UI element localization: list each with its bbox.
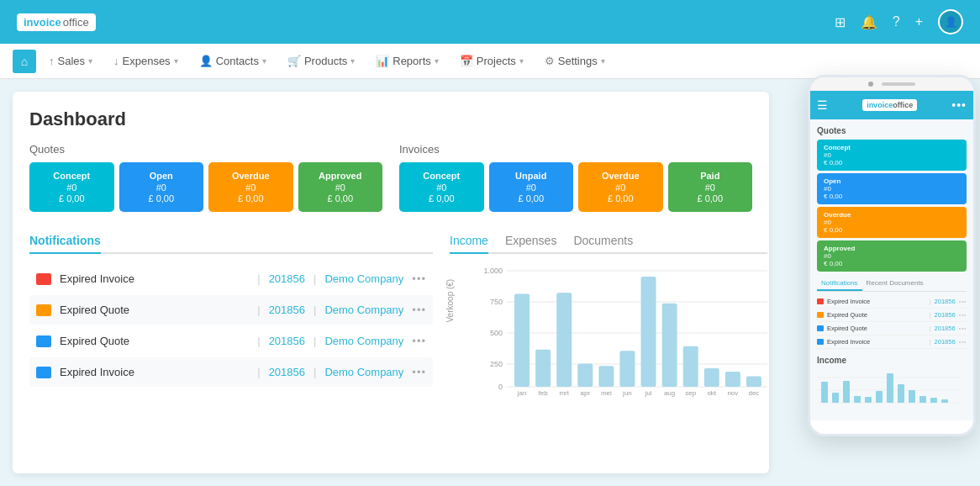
mobile-notif-number-3[interactable]: 201856 xyxy=(935,338,956,346)
sales-icon: ↑ xyxy=(49,55,55,67)
svg-text:nov: nov xyxy=(727,389,738,397)
mobile-open-card[interactable]: Open #0 € 0,00 xyxy=(817,173,967,204)
quote-overdue-card[interactable]: Overdue #0 £ 0,00 xyxy=(208,162,293,212)
svg-rect-37 xyxy=(821,382,828,403)
mobile-concept-card[interactable]: Concept #0 € 0,00 xyxy=(817,140,967,171)
svg-text:750: 750 xyxy=(490,298,503,306)
svg-rect-41 xyxy=(865,397,872,403)
svg-rect-47 xyxy=(930,398,937,403)
mobile-camera-icon xyxy=(868,82,873,87)
mobile-list-item: Expired Invoice | 201856 ••• xyxy=(817,335,967,349)
nav-projects[interactable]: 📅 Projects ▾ xyxy=(451,51,532,71)
tab-notifications[interactable]: Notifications xyxy=(29,229,101,254)
svg-rect-16 xyxy=(577,363,593,387)
mobile-overdue-card[interactable]: Overdue #0 € 0,00 xyxy=(817,207,967,238)
invoice-paid-card[interactable]: Paid #0 £ 0,00 xyxy=(668,162,753,212)
mobile-notif-number-2[interactable]: 201856 xyxy=(935,325,956,332)
notif-more-2[interactable]: ••• xyxy=(412,335,426,347)
invoice-unpaid-amount: £ 0,00 xyxy=(496,193,567,203)
notif-more-1[interactable]: ••• xyxy=(412,304,426,316)
invoice-overdue-card[interactable]: Overdue #0 £ 0,00 xyxy=(578,162,663,212)
notif-more-0[interactable]: ••• xyxy=(412,272,426,285)
quote-concept-card[interactable]: Concept #0 £ 0,00 xyxy=(29,162,114,212)
tab-expenses[interactable]: Expenses xyxy=(505,229,556,254)
user-avatar[interactable]: 👤 xyxy=(938,9,963,34)
svg-text:jan: jan xyxy=(517,389,527,397)
help-icon[interactable]: ? xyxy=(893,14,900,29)
notif-company-2[interactable]: Demo Company xyxy=(324,335,403,347)
expand-icon[interactable]: ⊞ xyxy=(835,14,846,30)
mobile-notif-number-0[interactable]: 201856 xyxy=(935,298,956,305)
notification-bell-icon[interactable]: 🔔 xyxy=(861,14,877,30)
mobile-flag-orange xyxy=(817,312,824,318)
nav-sales-label: Sales xyxy=(58,55,86,67)
svg-text:aug: aug xyxy=(664,389,675,397)
svg-rect-42 xyxy=(876,391,883,403)
reports-icon: 📊 xyxy=(376,55,389,67)
notif-number-0[interactable]: 201856 xyxy=(269,272,305,285)
invoice-concept-card[interactable]: Concept #0 £ 0,00 xyxy=(399,162,484,212)
logo-office: office xyxy=(63,16,89,29)
svg-rect-46 xyxy=(919,396,926,403)
invoice-unpaid-card[interactable]: Unpaid #0 £ 0,00 xyxy=(489,162,574,212)
nav-expenses[interactable]: ↓ Expenses ▾ xyxy=(105,51,187,71)
notif-company-0[interactable]: Demo Company xyxy=(324,272,403,285)
svg-text:mrt: mrt xyxy=(559,389,569,397)
invoices-cards-row: Concept #0 £ 0,00 Unpaid #0 £ 0,00 Overd… xyxy=(399,162,752,212)
bottom-section: Notifications Expired Invoice | 201856 |… xyxy=(29,229,752,400)
svg-rect-26 xyxy=(683,346,698,387)
nav-reports-label: Reports xyxy=(393,55,431,67)
tab-documents[interactable]: Documents xyxy=(573,229,633,254)
notif-number-3[interactable]: 201856 xyxy=(269,366,305,378)
mobile-quotes-label: Quotes xyxy=(817,126,967,135)
mobile-notif-number-1[interactable]: 201856 xyxy=(935,311,956,319)
svg-text:mei: mei xyxy=(601,389,612,397)
quote-approved-card[interactable]: Approved #0 £ 0,00 xyxy=(298,162,383,212)
top-bar-icons: ⊞ 🔔 ? + 👤 xyxy=(835,9,963,34)
svg-text:apr: apr xyxy=(581,389,591,397)
main-container: Dashboard Quotes Concept #0 £ 0,00 Open … xyxy=(0,79,980,486)
quote-overdue-count: #0 xyxy=(215,182,287,193)
mobile-tab-recent[interactable]: Recent Documents xyxy=(862,277,928,291)
chart-area: Income Expenses Documents Verkoop (€) xyxy=(450,229,767,400)
nav-settings[interactable]: ⚙ Settings ▾ xyxy=(536,51,614,71)
mobile-tabs-row: Notifications Recent Documents xyxy=(817,277,967,292)
projects-arrow-icon: ▾ xyxy=(519,56,524,66)
notif-more-3[interactable]: ••• xyxy=(412,366,426,378)
add-icon[interactable]: + xyxy=(915,14,923,29)
mobile-approved-card[interactable]: Approved #0 € 0,00 xyxy=(817,240,967,272)
nav-expenses-label: Expenses xyxy=(123,55,171,67)
svg-rect-18 xyxy=(598,366,614,387)
nav-projects-label: Projects xyxy=(477,55,516,67)
home-button[interactable]: ⌂ xyxy=(13,50,36,73)
notif-type-0: Expired Invoice xyxy=(60,272,249,285)
logo-invoice: invoice xyxy=(24,16,61,29)
mobile-device: ☰ invoiceoffice ••• Quotes Concept #0 € … xyxy=(808,75,976,436)
quote-approved-amount: £ 0,00 xyxy=(305,193,377,203)
mobile-speaker-icon xyxy=(882,82,915,86)
mobile-income-label: Income xyxy=(817,356,967,365)
notif-company-1[interactable]: Demo Company xyxy=(324,304,403,316)
nav-bar: ⌂ ↑ Sales ▾ ↓ Expenses ▾ 👤 Contacts ▾ 🛒 … xyxy=(0,44,980,79)
nav-contacts[interactable]: 👤 Contacts ▾ xyxy=(191,51,275,71)
nav-products[interactable]: 🛒 Products ▾ xyxy=(279,51,363,71)
svg-rect-30 xyxy=(725,372,740,387)
tab-income[interactable]: Income xyxy=(450,229,488,254)
mobile-more-icon[interactable]: ••• xyxy=(951,98,967,112)
notif-company-3[interactable]: Demo Company xyxy=(324,366,403,378)
quote-open-card[interactable]: Open #0 £ 0,00 xyxy=(119,162,204,212)
cards-section: Quotes Concept #0 £ 0,00 Open #0 £ 0,00 … xyxy=(29,143,752,212)
flag-blue-icon xyxy=(36,335,51,347)
nav-reports[interactable]: 📊 Reports ▾ xyxy=(367,51,447,71)
svg-rect-40 xyxy=(854,396,861,403)
nav-sales[interactable]: ↑ Sales ▾ xyxy=(40,51,101,71)
mobile-tab-notifications[interactable]: Notifications xyxy=(817,277,862,291)
mobile-header: ☰ invoiceoffice ••• xyxy=(810,91,973,119)
mobile-menu-icon[interactable]: ☰ xyxy=(817,98,828,112)
quote-concept-count: #0 xyxy=(36,182,108,193)
invoice-unpaid-count: #0 xyxy=(496,182,567,193)
quotes-label: Quotes xyxy=(29,143,382,156)
notif-number-2[interactable]: 201856 xyxy=(269,335,305,347)
notif-number-1[interactable]: 201856 xyxy=(269,304,305,316)
mobile-flag-blue-1 xyxy=(817,325,824,331)
